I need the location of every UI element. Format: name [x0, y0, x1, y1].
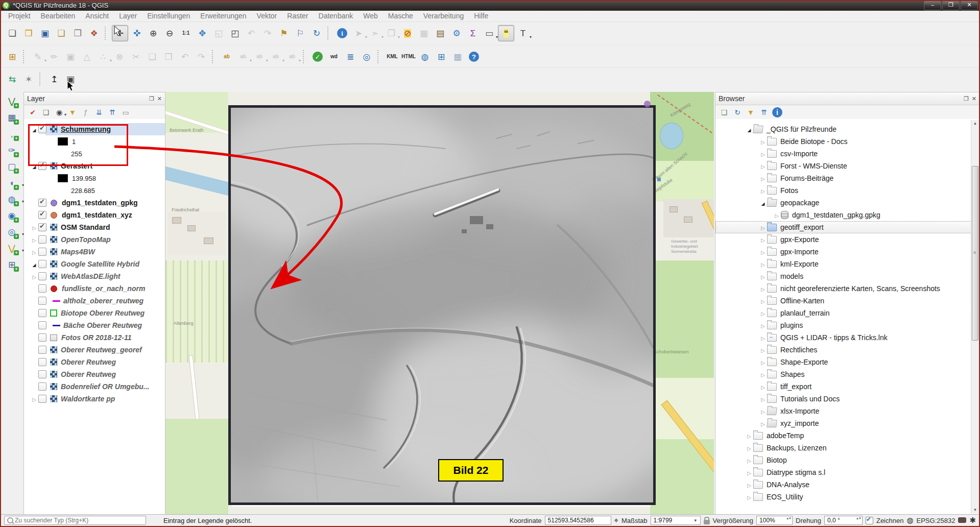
browser-item-label[interactable]: xyz_importe [780, 419, 819, 427]
browser-item-label[interactable]: csv-Importe [780, 150, 818, 158]
geometry-checker-icon[interactable]: ✓ [310, 49, 325, 64]
expand-arrow-icon[interactable] [759, 260, 767, 268]
close-panel-icon[interactable]: ✕ [972, 95, 976, 102]
browser-item-label[interactable]: gpx-Exporte [780, 235, 819, 244]
browser-row[interactable]: Beide Biotope - Docs [715, 135, 971, 148]
layer-label[interactable]: 255 [71, 150, 82, 158]
close-button[interactable]: ✕ [961, 1, 978, 10]
layer-label[interactable]: Oberer Reutweg [61, 358, 116, 366]
expand-arrow-icon[interactable] [30, 162, 38, 170]
messages-icon[interactable] [958, 517, 966, 523]
plugin-wand-icon[interactable]: ✶ [21, 71, 36, 87]
Web[interactable]: Web [358, 11, 383, 21]
layer-checkbox[interactable] [38, 346, 46, 354]
browser-row[interactable]: planlauf_terrain [715, 307, 971, 319]
layer-label[interactable]: 139.958 [72, 175, 96, 182]
magnifier-spinner[interactable]: 100% [756, 516, 793, 525]
layer-row[interactable]: Biotope Oberer Reutweg [24, 307, 165, 319]
browser-item-label[interactable]: Diatrype stigma s.l [767, 468, 825, 476]
expand-arrow-icon[interactable] [745, 468, 753, 476]
Ansicht[interactable]: Ansicht [80, 11, 114, 21]
expand-arrow-icon[interactable] [759, 419, 767, 427]
expand-arrow-icon[interactable] [759, 150, 767, 158]
layer-diagram-icon[interactable]: ab [235, 49, 251, 64]
browser-row[interactable]: QGIS + LIDAR - tipps & Tricks.lnk [715, 331, 971, 344]
title-bar[interactable]: Q *QGIS für Pilzfreunde 18 - QGIS – ❐ ✕ [0, 0, 980, 11]
minimize-button[interactable]: – [924, 1, 941, 10]
refresh-map-icon[interactable]: ↻ [309, 26, 324, 41]
layer-checkbox[interactable] [38, 199, 46, 207]
browser-row[interactable]: Diatrype stigma s.l [715, 466, 971, 478]
expand-arrow-icon[interactable] [773, 211, 781, 219]
Bearbeiten[interactable]: Bearbeiten [36, 11, 81, 21]
browser-row[interactable]: Shape-Exporte [715, 356, 971, 368]
expand-arrow-icon[interactable] [745, 444, 753, 452]
Erweiterungen[interactable]: Erweiterungen [195, 11, 251, 21]
delete-selected-icon[interactable]: ⊗ [112, 49, 127, 64]
scale-combo[interactable]: 1:9799 ▼ [651, 516, 701, 525]
layer-label[interactable]: Oberer Reutweg [61, 370, 116, 378]
expand-arrow-icon[interactable] [759, 297, 767, 305]
label-highlight-icon[interactable]: ab [268, 49, 283, 64]
expand-arrow-icon[interactable] [30, 125, 38, 133]
kml-tools-icon[interactable]: KML [385, 49, 400, 64]
scroll-down-icon[interactable]: ▼ [971, 507, 979, 514]
browser-row[interactable]: models [715, 270, 971, 282]
separator[interactable] [105, 27, 109, 40]
browser-item-label[interactable]: _QGIS für Pilzfreunde [767, 125, 836, 133]
layer-label[interactable]: 228.685 [71, 187, 95, 195]
statistics-icon[interactable]: ▤ [433, 26, 448, 41]
browser-item-label[interactable]: Fotos [780, 186, 798, 195]
save-layer-edits-icon[interactable]: ▣ [63, 49, 78, 64]
expand-arrow-icon[interactable] [759, 223, 767, 231]
html-tools-icon[interactable]: HTML [401, 49, 416, 64]
Verarbeitung[interactable]: Verarbeitung [418, 11, 469, 21]
layer-checkbox[interactable] [38, 248, 46, 256]
scrollbar-thumb[interactable] [972, 166, 978, 341]
layer-row[interactable]: Waldortkarte pp [24, 393, 165, 405]
browser-item-label[interactable]: models [780, 272, 803, 280]
coordinate-input[interactable]: 512593,5452586 [545, 516, 611, 525]
browser-row[interactable]: gpx-Exporte [715, 233, 971, 246]
render-checkbox[interactable] [866, 517, 873, 524]
browser-row[interactable]: gpx-Importe [715, 246, 971, 258]
expand-arrow-icon[interactable] [759, 186, 767, 195]
layer-checkbox[interactable] [38, 260, 46, 268]
open-attribute-table-icon[interactable]: ▦ [416, 26, 432, 41]
Hilfe[interactable]: Hilfe [469, 11, 493, 21]
redo-icon[interactable]: ↷ [194, 49, 209, 64]
expand-arrow-icon[interactable] [745, 432, 753, 440]
current-edits-icon[interactable]: ✎ [30, 49, 45, 64]
browser-row[interactable]: EOS_Utility [715, 491, 971, 503]
layer-row[interactable]: Oberer Reutweg [24, 368, 165, 380]
browser-item-label[interactable]: Backups, Lizenzen [767, 444, 827, 452]
layout-manager-icon[interactable]: ❐ [70, 26, 85, 41]
browser-item-label[interactable]: Forums-Beiträge [780, 174, 833, 182]
layer-row[interactable]: 139.958 [24, 172, 165, 184]
add-selected-layers-icon[interactable]: ❏ [718, 106, 730, 118]
new-bookmark-icon[interactable]: ⚑ [276, 26, 292, 41]
expand-all-icon[interactable]: ⇊ [93, 106, 105, 118]
expand-arrow-icon[interactable] [759, 382, 767, 391]
layer-row[interactable]: 1 [24, 135, 165, 148]
capture-raster-icon[interactable]: ▣ [63, 71, 78, 87]
layer-row[interactable]: WebAtlasDE.light [24, 270, 165, 282]
browser-row[interactable]: xyz_importe [715, 417, 971, 429]
layer-row[interactable]: Oberer Reutweg_georef [24, 344, 165, 356]
Raster[interactable]: Raster [282, 11, 313, 21]
Datenbank[interactable]: Datenbank [314, 11, 358, 21]
text-annotation-icon[interactable]: T [515, 26, 531, 41]
layer-row[interactable]: Google Satellite Hybrid [24, 258, 165, 270]
float-panel-icon[interactable]: ❐ [149, 95, 154, 102]
Masche[interactable]: Masche [383, 11, 418, 21]
zoom-last-icon[interactable]: ↶ [244, 26, 259, 41]
layer-row[interactable]: Oberer Reutweg [24, 356, 165, 368]
layer-checkbox[interactable] [38, 235, 46, 244]
browser-row[interactable]: Forums-Beiträge [715, 172, 971, 184]
layer-row[interactable]: dgm1_testdaten_xyz [24, 209, 165, 221]
browser-row[interactable]: _QGIS für Pilzfreunde [715, 123, 971, 135]
layer-row[interactable]: OSM Standard [24, 221, 165, 233]
browser-item-label[interactable]: EOS_Utility [767, 493, 803, 501]
layer-label[interactable]: Oberer Reutweg_georef [61, 346, 142, 354]
browser-item-label[interactable]: Tutorials und Docs [780, 395, 840, 403]
